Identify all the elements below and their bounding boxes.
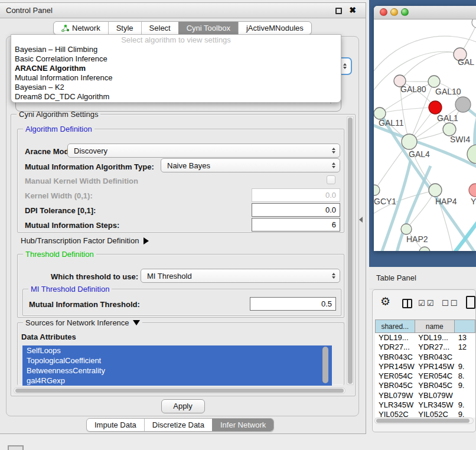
tab-network[interactable]: Network bbox=[54, 22, 108, 34]
network-canvas[interactable]: GALGAL80GAL10GAL1GAL11SWI4GAL4GCY1HAP4YH… bbox=[374, 19, 476, 251]
tab-style[interactable]: Style bbox=[108, 22, 141, 34]
zoom-window-icon[interactable] bbox=[401, 8, 409, 16]
tab-infer-network[interactable]: Infer Network bbox=[212, 419, 273, 431]
hub-definition-toggle[interactable]: Hub/Transcription Factor Definition bbox=[21, 236, 149, 245]
table-cell: YIL052C bbox=[415, 410, 454, 418]
algorithm-option-bayesian-k2[interactable]: Bayesian – K2 bbox=[11, 83, 341, 92]
apply-button[interactable]: Apply bbox=[161, 399, 205, 413]
algorithm-option-aracne-algorithm[interactable]: ARACNE Algorithm bbox=[11, 64, 341, 73]
settings-horizontal-scrollbar[interactable] bbox=[14, 387, 345, 394]
panel-collapse-arrow-icon[interactable] bbox=[359, 217, 363, 223]
select-all-checkboxes-icon[interactable]: ☑☑ bbox=[418, 299, 435, 308]
table-row[interactable]: YIL052CYIL052C9. bbox=[375, 410, 475, 418]
attribute-item-gal4rgexp[interactable]: gal4RGexp bbox=[22, 376, 332, 386]
column-view-icon[interactable] bbox=[402, 299, 412, 308]
table-row[interactable]: YER054CYER054C8. bbox=[375, 371, 475, 381]
table-row[interactable]: YDR27...YDR27...12 bbox=[375, 343, 475, 352]
table-cell: YBR043C bbox=[375, 353, 415, 362]
table-cell: YER054C bbox=[415, 371, 454, 381]
algorithm-option-mutual-information-inference[interactable]: Mutual Information Inference bbox=[11, 73, 341, 83]
network-node[interactable] bbox=[374, 107, 386, 119]
float-window-icon[interactable] bbox=[335, 8, 342, 14]
tab-cyni-toolbox[interactable]: Cyni Toolbox bbox=[178, 22, 238, 34]
table-horizontal-scrollbar[interactable] bbox=[374, 418, 474, 424]
table-cell: YLR345W bbox=[415, 400, 454, 410]
combo-stepper-icon bbox=[332, 273, 335, 279]
table-cell: 9. bbox=[455, 400, 475, 410]
attributes-list-scrollbar[interactable] bbox=[322, 345, 328, 386]
mi-threshold-input[interactable]: 0.5 bbox=[250, 297, 336, 311]
network-edge[interactable] bbox=[400, 52, 460, 81]
network-node[interactable] bbox=[472, 19, 476, 28]
network-node[interactable] bbox=[469, 184, 476, 197]
mi-steps-input[interactable]: 6 bbox=[252, 218, 340, 231]
algorithm-option-bayesian-hill-climbing[interactable]: Bayesian – Hill Climbing bbox=[11, 45, 341, 54]
tab-label: Select bbox=[149, 24, 171, 32]
screenshot-stage: Control Panel ✖ NetworkStyleSelectCyni T… bbox=[0, 0, 476, 450]
tab-impute-data[interactable]: Impute Data bbox=[87, 419, 144, 431]
network-node[interactable] bbox=[467, 145, 476, 164]
minimize-window-icon[interactable] bbox=[390, 8, 398, 16]
mi-steps-label: Mutual Information Steps: bbox=[25, 221, 119, 230]
network-node[interactable] bbox=[374, 185, 380, 195]
combo-stepper-icon bbox=[332, 162, 335, 168]
network-node[interactable] bbox=[455, 97, 471, 112]
table-cell: YBL079W bbox=[375, 391, 415, 400]
mi-threshold-group: MI Threshold Definition Mutual Informati… bbox=[22, 289, 341, 316]
sources-toggle[interactable]: Sources for Network Inference bbox=[23, 318, 142, 327]
attribute-item-selfloops[interactable]: SelfLoops bbox=[22, 345, 332, 356]
dpi-tolerance-input[interactable]: 0.0 bbox=[252, 203, 340, 217]
network-node[interactable] bbox=[429, 101, 442, 114]
node-label-gal: GAL bbox=[458, 57, 474, 67]
table-panel-window: ⚙ ☑☑ ☐☐ shared...name YDL19...YDL19...13… bbox=[372, 289, 476, 432]
settings-gear-icon[interactable]: ⚙ bbox=[380, 295, 390, 308]
settings-vertical-scrollbar[interactable] bbox=[347, 116, 354, 385]
table-cell: YBR045C bbox=[375, 381, 415, 390]
column-header-partial[interactable] bbox=[455, 319, 475, 333]
table-row[interactable]: YLR345WYLR345W9. bbox=[375, 400, 475, 410]
network-node[interactable] bbox=[402, 134, 417, 149]
network-node[interactable] bbox=[428, 76, 440, 87]
table-cell: YBR045C bbox=[415, 381, 454, 390]
tab-jactivemnodules[interactable]: jActiveMNodules bbox=[238, 22, 311, 34]
network-node[interactable] bbox=[401, 224, 412, 234]
network-edge[interactable] bbox=[380, 107, 435, 113]
table-cell bbox=[455, 391, 475, 400]
network-desktop: GALGAL80GAL10GAL1GAL11SWI4GAL4GCY1HAP4YH… bbox=[369, 0, 476, 267]
network-view-window: GALGAL80GAL10GAL1GAL11SWI4GAL4GCY1HAP4YH… bbox=[374, 6, 476, 251]
algorithm-option-dream8-dc-tdc-algorithm[interactable]: Dream8 DC_TDC Algorithm bbox=[11, 92, 341, 102]
mi-algorithm-type-combo[interactable]: Naive Bayes bbox=[161, 158, 340, 172]
control-panel-tabbar: NetworkStyleSelectCyni ToolboxjActiveMNo… bbox=[53, 21, 312, 35]
table-cell: 9. bbox=[455, 410, 475, 418]
aracne-mode-combo[interactable]: Discovery bbox=[67, 144, 340, 158]
close-window-icon[interactable] bbox=[380, 8, 387, 16]
column-header-shared[interactable]: shared... bbox=[375, 319, 415, 333]
table-row[interactable]: YBR045CYBR045C9. bbox=[375, 381, 475, 390]
column-header-name[interactable]: name bbox=[415, 319, 455, 333]
tab-discretize-data[interactable]: Discretize Data bbox=[144, 419, 212, 431]
data-attributes-list[interactable]: SelfLoopsTopologicalCoefficientBetweenne… bbox=[22, 345, 332, 386]
threshold-definition-title: Threshold Definition bbox=[23, 250, 96, 259]
table-row[interactable]: YBR043CYBR043C bbox=[375, 353, 475, 362]
which-threshold-combo[interactable]: MI Threshold bbox=[141, 269, 340, 283]
close-panel-icon[interactable]: ✖ bbox=[349, 5, 356, 15]
manual-kernel-width-checkbox[interactable] bbox=[327, 175, 335, 184]
sources-group: Sources for Network Inference Data Attri… bbox=[17, 322, 344, 385]
tab-select[interactable]: Select bbox=[141, 22, 178, 34]
algorithm-option-basic-correlation-inference[interactable]: Basic Correlation Inference bbox=[11, 54, 341, 64]
network-node[interactable] bbox=[443, 123, 456, 136]
attribute-item-betweennesscentrality[interactable]: BetweennessCentrality bbox=[22, 366, 332, 376]
table-panel-bar: Table Panel bbox=[369, 267, 476, 289]
export-table-icon[interactable] bbox=[466, 296, 475, 309]
network-edge[interactable] bbox=[453, 218, 476, 251]
sources-title: Sources for Network Inference bbox=[25, 318, 129, 327]
network-node[interactable] bbox=[429, 184, 442, 197]
minimized-panel-icon[interactable] bbox=[8, 445, 24, 450]
attribute-item-topologicalcoefficient[interactable]: TopologicalCoefficient bbox=[22, 356, 332, 366]
table-row[interactable]: YBL079WYBL079W bbox=[375, 391, 475, 400]
table-cell: YDR27... bbox=[375, 343, 415, 352]
table-row[interactable]: YDL19...YDL19...13 bbox=[375, 333, 475, 343]
table-row[interactable]: YPR145WYPR145W9. bbox=[375, 362, 475, 371]
clear-checkboxes-icon[interactable]: ☐☐ bbox=[442, 299, 459, 308]
network-edge[interactable] bbox=[380, 113, 475, 251]
